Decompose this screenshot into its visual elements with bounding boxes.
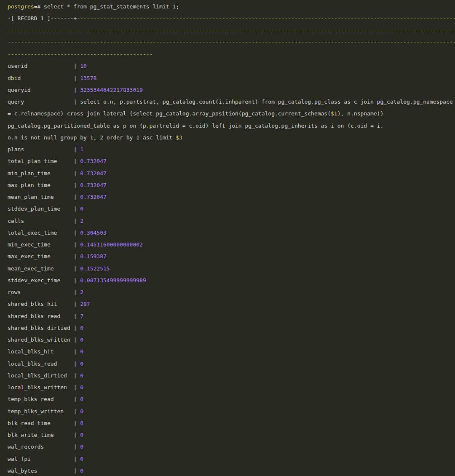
column-separator: | [74, 420, 80, 426]
field-value: 0 [80, 468, 83, 474]
column-separator: | [74, 218, 80, 224]
record-row: local_blks_read| 0 [8, 358, 455, 370]
record-row: temp_blks_written| 0 [8, 406, 455, 417]
field-name: blk_write_time [8, 429, 74, 441]
field-name: max_exec_time [8, 251, 74, 262]
column-separator: | [74, 396, 80, 402]
prompt-database-name: postgres [8, 3, 34, 10]
field-value: 0.159387 [80, 253, 107, 259]
record-row: mean_exec_time| 0.1522515 [8, 263, 455, 275]
query-parameter: $1 [331, 110, 337, 117]
column-separator: | [74, 456, 80, 462]
field-name: query [8, 96, 74, 108]
field-name: stddev_plan_time [8, 203, 74, 215]
field-name: wal_bytes [8, 465, 74, 476]
field-name: userid [8, 60, 74, 72]
field-name: mean_plan_time [8, 191, 74, 203]
column-separator: | [74, 63, 80, 69]
field-value: 10 [80, 63, 87, 69]
record-row: plans| 1 [8, 144, 455, 155]
field-name: min_plan_time [8, 168, 74, 179]
field-value: 0 [80, 337, 83, 343]
record-row: blk_write_time| 0 [8, 429, 455, 441]
record-row: stddev_plan_time| 0 [8, 203, 455, 215]
query-text: o.n is not null group by 1, 2 order by 1… [8, 134, 176, 141]
record-row: max_exec_time| 0.159387 [8, 251, 455, 262]
field-name: shared_blks_read [8, 310, 74, 322]
field-value: 0.732047 [80, 182, 107, 188]
column-separator: | [74, 337, 80, 343]
field-name: shared_blks_written [8, 334, 74, 346]
field-value: 7 [80, 313, 83, 319]
column-separator: | [74, 75, 80, 81]
field-name: local_blks_dirtied [8, 370, 74, 382]
record-row: local_blks_dirtied| 0 [8, 370, 455, 382]
field-name: temp_blks_written [8, 406, 74, 417]
field-value: 0.732047 [80, 158, 107, 164]
separator-dash-line: ----------------------------------------… [8, 25, 455, 37]
field-name: blk_read_time [8, 417, 74, 429]
column-separator: | [74, 444, 80, 450]
column-separator: | [74, 372, 80, 379]
column-separator: | [74, 146, 80, 152]
query-text: select o.n, p.partstrat, pg_catalog.coun… [80, 99, 455, 105]
field-name: mean_exec_time [8, 263, 74, 275]
column-separator: | [74, 325, 80, 331]
field-value: 287 [80, 301, 90, 307]
query-text: ), n.nspname)) [337, 110, 384, 117]
command-text: select * from pg_stat_statements limit 1… [44, 3, 179, 10]
column-separator: | [74, 206, 80, 212]
separator-dash-line: ----------------------------------------… [8, 37, 455, 48]
record-row-continuation: = c.relnamespace) cross join lateral (se… [8, 108, 455, 120]
record-header-dashes: ----------------------------------------… [77, 15, 455, 21]
column-separator: | [74, 384, 80, 390]
field-name: wal_records [8, 441, 74, 453]
column-separator: | [74, 99, 80, 105]
field-name: temp_blks_read [8, 393, 74, 405]
field-name: shared_blks_hit [8, 298, 74, 310]
column-separator: | [74, 432, 80, 438]
column-separator: | [74, 277, 80, 283]
field-name: local_blks_read [8, 358, 74, 370]
column-separator: | [74, 158, 80, 164]
column-separator: | [74, 170, 80, 176]
terminal[interactable]: postgres=# select * from pg_stat_stateme… [0, 0, 455, 476]
field-value: 0 [80, 361, 83, 367]
record-row: shared_blks_read| 7 [8, 310, 455, 322]
record-row: temp_blks_read| 0 [8, 393, 455, 405]
column-separator: | [74, 241, 80, 248]
record-row: dbid| 13578 [8, 72, 455, 84]
column-separator: | [74, 313, 80, 319]
column-separator: | [74, 265, 80, 272]
record-row: local_blks_written| 0 [8, 382, 455, 393]
column-separator: | [74, 408, 80, 414]
field-name: wal_fpi [8, 453, 74, 465]
field-value: 0 [80, 408, 83, 414]
field-value: 1 [80, 146, 83, 152]
field-name: rows [8, 286, 74, 298]
field-name: local_blks_hit [8, 346, 74, 358]
column-separator: | [74, 348, 80, 355]
record-row: max_plan_time| 0.732047 [8, 179, 455, 191]
field-value: 0.732047 [80, 194, 107, 200]
field-name: local_blks_written [8, 382, 74, 393]
field-value: 0 [80, 456, 83, 462]
record-row: wal_records| 0 [8, 441, 455, 453]
field-value: 0 [80, 432, 83, 438]
record-row: min_plan_time| 0.732047 [8, 168, 455, 179]
field-name: plans [8, 144, 74, 155]
record-header-label: -[ RECORD 1 ]-------+ [8, 15, 77, 21]
field-name: queryid [8, 84, 74, 96]
column-separator: | [74, 301, 80, 307]
query-parameter: $3 [176, 134, 182, 141]
record-row: queryid| 3235344642217833019 [8, 84, 455, 96]
field-value: 3235344642217833019 [80, 87, 143, 93]
separator-dash-lines: ----------------------------------------… [8, 25, 455, 61]
record-row: query| select o.n, p.partstrat, pg_catal… [8, 96, 455, 108]
field-value: 13578 [80, 75, 96, 81]
field-value: 2 [80, 218, 83, 224]
column-separator: | [74, 289, 80, 295]
record-row: shared_blks_dirtied| 0 [8, 322, 455, 334]
record-row-continuation: pg_catalog.pg_partitioned_table as p on … [8, 120, 455, 132]
field-value: 0.732047 [80, 170, 107, 176]
